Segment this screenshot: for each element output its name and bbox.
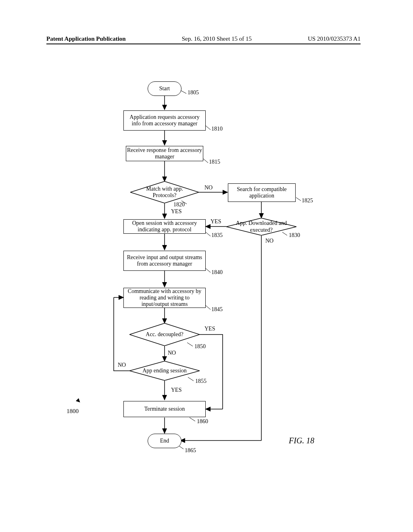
- text-1815: Receive response from accessory manager: [126, 147, 203, 160]
- terminator-start: Start: [148, 81, 181, 96]
- label-1830-no: NO: [265, 238, 273, 244]
- process-1845: Communicate with accessory by reading an…: [123, 288, 206, 308]
- label-1850-no: NO: [168, 350, 176, 356]
- svg-line-20: [296, 197, 301, 201]
- decision-1830: App. Downloaded and executed?: [226, 218, 296, 235]
- process-1810: Application requests accessory info from…: [123, 110, 206, 131]
- text-1845: Communicate with accessory by reading an…: [126, 288, 203, 308]
- text-1830: App. Downloaded and executed?: [226, 218, 296, 235]
- decision-1820: Match with app. Protocols?: [130, 181, 199, 203]
- text-1835: Open session with accessory indicating a…: [126, 220, 203, 233]
- text-1840: Receive input and output streams from ac…: [126, 254, 203, 267]
- flowchart-canvas: Start 1805 Application requests accessor…: [0, 0, 413, 532]
- terminator-end: End: [148, 434, 181, 448]
- label-1855-yes: YES: [171, 387, 181, 393]
- svg-line-24: [206, 305, 211, 310]
- ref-1810: 1810: [211, 126, 223, 132]
- ref-1860: 1860: [197, 418, 208, 425]
- svg-line-23: [206, 268, 211, 272]
- decision-1850: Acc. decoupled?: [129, 323, 200, 346]
- ref-1830: 1830: [289, 232, 300, 239]
- ref-1855: 1855: [195, 378, 206, 384]
- figure-label: FIG. 18: [289, 436, 314, 445]
- decision-1855: App ending session: [129, 361, 200, 380]
- ref-1815: 1815: [209, 159, 220, 165]
- ref-1840: 1840: [211, 269, 223, 276]
- ref-1865: 1865: [185, 447, 196, 454]
- process-1825: Search for compatible application: [228, 183, 296, 202]
- text-1825: Search for compatible application: [231, 186, 293, 199]
- label-1855-no: NO: [118, 362, 126, 368]
- text-1810: Application requests accessory info from…: [126, 114, 203, 127]
- svg-line-18: [203, 159, 208, 163]
- figure-pointer-icon: [76, 398, 81, 404]
- label-1830-yes: YES: [211, 218, 221, 225]
- process-1860: Terminate session: [123, 401, 206, 417]
- svg-line-16: [181, 91, 186, 94]
- figure-ref-1800: 1800: [67, 408, 79, 415]
- ref-1825: 1825: [302, 197, 313, 204]
- text-1855: App ending session: [129, 361, 200, 380]
- text-1820: Match with app. Protocols?: [130, 181, 199, 203]
- svg-line-27: [190, 418, 195, 421]
- start-text: Start: [159, 85, 170, 92]
- process-1835: Open session with accessory indicating a…: [123, 219, 206, 234]
- label-1820-no: NO: [204, 185, 213, 191]
- process-1840: Receive input and output streams from ac…: [123, 251, 206, 271]
- ref-1805: 1805: [188, 89, 199, 96]
- flowchart-connectors: [0, 0, 413, 532]
- svg-line-17: [206, 126, 211, 130]
- ref-1820: 1820: [173, 202, 185, 208]
- ref-1835: 1835: [211, 232, 223, 239]
- ref-1845: 1845: [211, 306, 223, 313]
- text-1850: Acc. decoupled?: [129, 323, 200, 346]
- label-1850-yes: YES: [204, 326, 215, 332]
- end-text: End: [160, 438, 169, 444]
- text-1860: Terminate session: [144, 406, 185, 412]
- ref-1850: 1850: [194, 343, 206, 350]
- label-1820-yes: YES: [171, 208, 181, 215]
- svg-line-22: [206, 232, 211, 236]
- process-1815: Receive response from accessory manager: [126, 146, 203, 161]
